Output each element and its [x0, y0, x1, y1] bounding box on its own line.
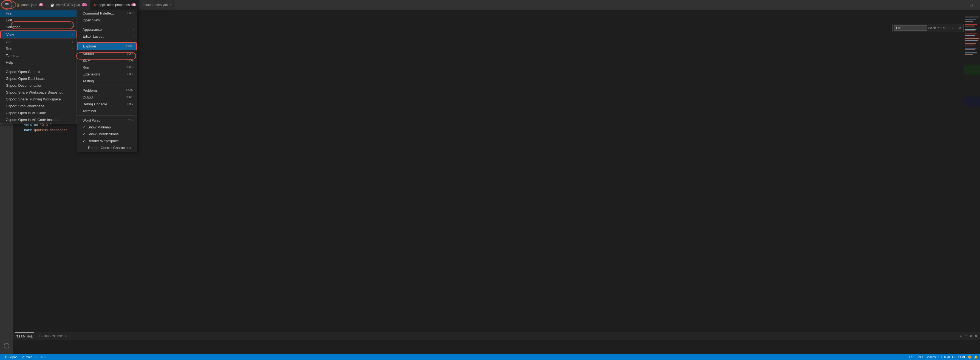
- menu-label: Appearance: [83, 27, 102, 32]
- menu-item-show-breadcrumbs[interactable]: ✓ Show Breadcrumbs: [77, 131, 137, 137]
- shortcut: ⇧⌘Y: [126, 102, 134, 106]
- statusbar-eol[interactable]: LF: [952, 355, 956, 359]
- find-match-case[interactable]: Aa: [928, 26, 932, 30]
- arrow-icon: ›: [133, 28, 134, 31]
- menu-item-gitpod-dashboard[interactable]: Gitpod: Open Dashboard: [0, 75, 76, 82]
- statusbar-branch[interactable]: ⎇ main: [21, 355, 32, 359]
- statusbar-spaces[interactable]: Spaces: 2: [926, 355, 939, 359]
- panel-chevron-up[interactable]: ⌃: [964, 334, 967, 338]
- shortcut: ⌃`: [130, 109, 134, 113]
- menu-item-editor-layout[interactable]: Editor Layout ›: [77, 33, 137, 40]
- menu-item-selection[interactable]: Selection ›: [0, 24, 76, 30]
- menu-label-edit: Edit: [6, 18, 12, 22]
- shortcut: ⇧⌘D: [126, 65, 134, 69]
- svg-rect-27: [965, 49, 975, 50]
- find-regex[interactable]: .*: [937, 26, 939, 30]
- statusbar-feedback[interactable]: 😊: [968, 355, 972, 359]
- tab-close-icon[interactable]: ✕: [169, 3, 172, 6]
- panel: TERMINAL DEBUG CONSOLE + ⌃ ∨ ✕: [13, 332, 980, 354]
- code-editor[interactable]: 8: [13, 16, 964, 332]
- statusbar-errors[interactable]: ✕ 0 ⚠ 0: [34, 355, 45, 359]
- menu-label: Testing: [83, 79, 94, 83]
- find-word-boundary[interactable]: \b: [933, 26, 936, 30]
- tab-application-props[interactable]: ⚙application.propertiesM: [91, 0, 139, 10]
- find-prev[interactable]: ↑: [949, 26, 951, 30]
- find-widget: Aa \b .* ? of 1 ↑ ↓ — ✕: [892, 24, 964, 32]
- shortcut: ⇧⌘X: [126, 72, 134, 76]
- menu-item-show-minimap[interactable]: ✓ Show Minimap: [77, 124, 137, 131]
- tab-launch-json[interactable]: {}launch.jsonM: [13, 0, 47, 10]
- menu-item-gitpod-vscode[interactable]: Gitpod: Open in VS Code: [0, 110, 76, 116]
- tab-label: application.properties: [99, 3, 130, 7]
- menu-item-render-control-chars[interactable]: Render Control Characters: [77, 144, 137, 151]
- menu-item-run-view[interactable]: Run ⇧⌘D: [77, 64, 137, 71]
- menu-item-gitpod-docs[interactable]: Gitpod: Documentation: [0, 82, 76, 89]
- statusbar-encoding[interactable]: UTF-8: [941, 355, 950, 359]
- tabs-area: {}launch.jsonM☕AstraTODO.java9+⚙applicat…: [12, 0, 970, 10]
- titlebar: ☰ {}launch.jsonM☕AstraTODO.java9+⚙applic…: [0, 0, 980, 10]
- statusbar-language[interactable]: YAML: [958, 355, 966, 359]
- svg-rect-16: [965, 24, 977, 25]
- svg-rect-28: [965, 53, 977, 53]
- menu-item-file[interactable]: File ›: [0, 10, 76, 17]
- tab-kubernetes-yml[interactable]: !kubernetes.yml✕: [140, 0, 175, 10]
- menu-item-gitpod-share-running[interactable]: Gitpod: Share Running Workspace: [0, 96, 76, 103]
- menu-item-command-palette[interactable]: Command Palette... ⇧⌘P: [77, 10, 137, 17]
- activity-gitpod[interactable]: [0, 340, 13, 352]
- menu-item-open-view[interactable]: Open View...: [77, 17, 137, 24]
- panel-tab-debug[interactable]: DEBUG CONSOLE: [38, 332, 68, 340]
- more-actions-icon[interactable]: ⋯: [974, 3, 978, 7]
- find-close-btn[interactable]: ✕: [959, 26, 962, 30]
- menu-item-run[interactable]: Run ›: [0, 45, 76, 52]
- menu-item-help[interactable]: Help ›: [0, 59, 76, 66]
- menu-l1[interactable]: File › Edit › Selection › View › Go › Ru…: [0, 10, 77, 123]
- svg-rect-29: [965, 54, 973, 55]
- panel-tab-terminal[interactable]: TERMINAL: [15, 332, 34, 340]
- statusbar-ln-col[interactable]: Ln 1, Col 1: [909, 355, 924, 359]
- minimap[interactable]: [964, 16, 980, 332]
- menu-label: Output: [83, 95, 93, 99]
- menu-item-explorer[interactable]: Explorer ⇧⌘E: [77, 42, 137, 50]
- menu-label: Word Wrap: [83, 118, 100, 123]
- menu-item-appearance[interactable]: Appearance ›: [77, 26, 137, 33]
- menu-item-edit[interactable]: Edit ›: [0, 17, 76, 24]
- menu-item-word-wrap[interactable]: Word Wrap ⌥Z: [77, 117, 137, 124]
- menu-item-gitpod-snapshot[interactable]: Gitpod: Share Workspace Snapshot: [0, 89, 76, 96]
- menu-item-search[interactable]: Search ⇧⌘F: [77, 50, 137, 57]
- menu-item-output[interactable]: Output ⇧⌘U: [77, 94, 137, 101]
- main-layout: 5 target › kubernetes ›: [0, 10, 980, 354]
- panel-content[interactable]: [13, 340, 980, 354]
- statusbar-bell[interactable]: 🔔: [974, 355, 978, 359]
- panel-chevron-down[interactable]: ∨: [970, 334, 972, 338]
- panel-add-btn[interactable]: +: [960, 334, 962, 338]
- tab-badge: M: [39, 3, 43, 6]
- panel-close-btn[interactable]: ✕: [975, 334, 978, 338]
- split-editor-icon[interactable]: ⊟: [970, 3, 973, 7]
- menu-item-terminal[interactable]: Terminal ›: [0, 52, 76, 59]
- find-close[interactable]: —: [955, 26, 958, 30]
- menu-item-debug-console[interactable]: Debug Console ⇧⌘Y: [77, 101, 137, 108]
- statusbar: ⚡ Gitpod ⎇ main ✕ 0 ⚠ 0 Ln 1, Col 1 Spac…: [0, 354, 980, 360]
- menu-divider: [77, 25, 137, 25]
- find-input[interactable]: [894, 25, 927, 31]
- menu-item-testing[interactable]: Testing: [77, 78, 137, 84]
- menu-item-problems[interactable]: Problems ⇧⌘M: [77, 87, 137, 94]
- menu-item-render-whitespace[interactable]: ✓ Render Whitespace: [77, 137, 137, 144]
- menu-button[interactable]: ☰: [2, 0, 12, 10]
- shortcut: ⇧⌘M: [126, 89, 134, 92]
- statusbar-remote[interactable]: ⚡ Gitpod: [2, 355, 19, 359]
- menu-item-go[interactable]: Go ›: [0, 38, 76, 45]
- find-next[interactable]: ↓: [952, 26, 953, 30]
- menu-l2-view[interactable]: Command Palette... ⇧⌘P Open View... Appe…: [77, 10, 137, 151]
- menu-label: Editor Layout: [83, 34, 103, 38]
- menu-item-gitpod-stop[interactable]: Gitpod: Stop Workspace: [0, 103, 76, 110]
- svg-rect-13: [965, 16, 978, 18]
- menu-label: Show Breadcrumbs: [88, 132, 118, 136]
- tab-astra-todo[interactable]: ☕AstraTODO.java9+: [47, 0, 91, 10]
- menu-item-terminal-view[interactable]: Terminal ⌃`: [77, 108, 137, 115]
- menu-item-extensions[interactable]: Extensions ⇧⌘X: [77, 71, 137, 78]
- menu-item-scm[interactable]: SCM ⌃⇧G: [77, 57, 137, 64]
- menu-item-gitpod-context[interactable]: Gitpod: Open Context: [0, 68, 76, 75]
- menu-item-view[interactable]: View ›: [0, 30, 76, 38]
- menu-item-gitpod-vscode-insiders[interactable]: Gitpod: Open in VS Code Insiders: [0, 116, 76, 123]
